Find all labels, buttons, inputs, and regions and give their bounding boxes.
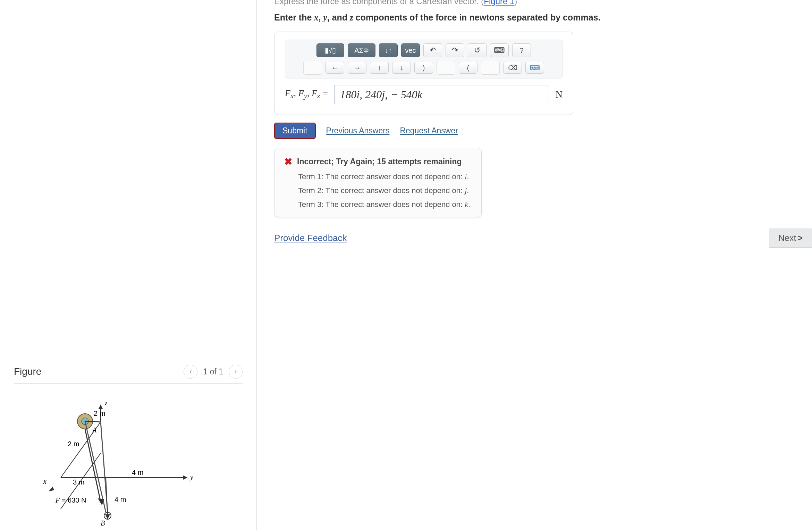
redo-button[interactable]: ↷ bbox=[446, 43, 464, 57]
cursor-down-button[interactable]: ↓ bbox=[392, 62, 411, 74]
feedback-term-1: Term 1: The correct answer does not depe… bbox=[298, 172, 472, 181]
toolbar-slot bbox=[303, 61, 322, 75]
reset-button[interactable]: ↺ bbox=[468, 43, 487, 57]
svg-text:3 m: 3 m bbox=[73, 478, 84, 486]
undo-button[interactable]: ↶ bbox=[423, 43, 442, 57]
svg-text:4 m: 4 m bbox=[115, 496, 126, 503]
chevron-right-icon: > bbox=[797, 233, 803, 243]
cropped-prompt: Express the force as components of a Car… bbox=[274, 0, 791, 6]
svg-text:z: z bbox=[104, 399, 108, 407]
answer-panel: ▮√▯ ΑΣΦ ↓↑ vec ↶ ↷ ↺ ⌨ ? ← → ↑ ↓ ) bbox=[274, 32, 573, 115]
paren-close-button[interactable]: ) bbox=[414, 62, 433, 74]
svg-text:B: B bbox=[101, 519, 105, 527]
svg-marker-15 bbox=[98, 498, 104, 505]
toolbar-slot bbox=[437, 61, 455, 75]
equation-toolbar: ▮√▯ ΑΣΦ ↓↑ vec ↶ ↷ ↺ ⌨ ? ← → ↑ ↓ ) bbox=[285, 40, 563, 78]
figure-link[interactable]: Figure 1 bbox=[484, 0, 514, 6]
cursor-right-button[interactable]: → bbox=[348, 62, 366, 74]
svg-text:F = 630 N: F = 630 N bbox=[55, 496, 86, 504]
figure-diagram: z x y A B 2 m 2 m 3 m 4 m 4 m F = 630 N bbox=[14, 394, 194, 530]
provide-feedback-link[interactable]: Provide Feedback bbox=[274, 233, 347, 243]
unit-label: N bbox=[556, 89, 563, 100]
answer-prefix: Fx, Fy, Fz = bbox=[285, 88, 328, 100]
vec-button[interactable]: vec bbox=[401, 43, 420, 57]
subsup-button[interactable]: ↓↑ bbox=[379, 43, 398, 57]
svg-text:2 m: 2 m bbox=[94, 409, 105, 417]
figure-prev-button[interactable]: ‹ bbox=[184, 365, 197, 379]
help-button[interactable]: ? bbox=[512, 43, 531, 57]
svg-text:4 m: 4 m bbox=[132, 469, 143, 476]
feedback-heading: Incorrect; Try Again; 15 attempts remain… bbox=[297, 157, 462, 166]
svg-marker-11 bbox=[99, 405, 103, 409]
feedback-term-2: Term 2: The correct answer does not depe… bbox=[298, 186, 472, 195]
svg-text:2 m: 2 m bbox=[68, 440, 79, 448]
cursor-left-button[interactable]: ← bbox=[325, 62, 344, 74]
backspace-button[interactable]: ⌫ bbox=[503, 62, 522, 74]
keyboard-toggle-button[interactable]: ⌨ bbox=[525, 62, 544, 74]
svg-line-14 bbox=[85, 429, 101, 502]
figure-next-button[interactable]: › bbox=[229, 365, 243, 379]
figure-title: Figure bbox=[14, 366, 41, 377]
previous-answers-link[interactable]: Previous Answers bbox=[326, 126, 390, 135]
figure-counter: 1 of 1 bbox=[203, 367, 223, 376]
instruction-text: Enter the x, y, and z components of the … bbox=[274, 13, 791, 23]
feedback-term-3: Term 3: The correct answer does not depe… bbox=[298, 200, 472, 209]
cursor-up-button[interactable]: ↑ bbox=[370, 62, 389, 74]
toolbar-slot bbox=[481, 61, 500, 75]
incorrect-icon: ✖ bbox=[284, 156, 292, 167]
greek-button[interactable]: ΑΣΦ bbox=[348, 43, 375, 57]
next-button[interactable]: Next> bbox=[769, 229, 812, 248]
svg-text:y: y bbox=[189, 473, 193, 481]
answer-input[interactable] bbox=[335, 85, 549, 104]
submit-button[interactable]: Submit bbox=[274, 123, 316, 139]
svg-text:A: A bbox=[92, 426, 97, 434]
keyboard-icon[interactable]: ⌨ bbox=[490, 43, 509, 57]
svg-marker-12 bbox=[49, 487, 54, 491]
svg-marker-10 bbox=[183, 475, 187, 480]
request-answer-link[interactable]: Request Answer bbox=[400, 126, 458, 135]
feedback-panel: ✖ Incorrect; Try Again; 15 attempts rema… bbox=[274, 148, 482, 217]
figure-nav: ‹ 1 of 1 › bbox=[184, 365, 243, 379]
svg-text:x: x bbox=[43, 478, 46, 485]
paren-open-button[interactable]: ( bbox=[459, 62, 477, 74]
svg-line-5 bbox=[85, 421, 106, 512]
templates-button[interactable]: ▮√▯ bbox=[316, 43, 344, 57]
